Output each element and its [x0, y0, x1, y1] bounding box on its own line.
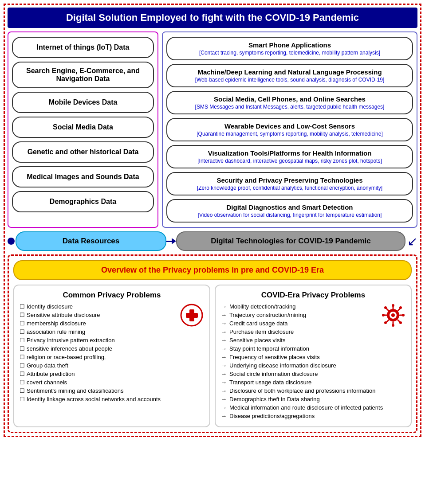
tech-item-title: Social Media, Cell Phones, and Online Se… — [173, 95, 406, 103]
list-item: Stay point temporal information — [221, 345, 405, 352]
svg-rect-2 — [186, 313, 198, 318]
tech-item-subtitle: [Web-based epidemic intelligence tools, … — [173, 77, 406, 83]
list-item: Purchase item disclosure — [221, 328, 378, 335]
top-section: Internet of things (IoT) Data Search Eng… — [8, 31, 417, 228]
outer-wrapper: Digital Solution Employed to fight with … — [4, 4, 421, 437]
list-item: Demographics theft in Data sharing — [221, 396, 405, 402]
labels-row: Data Resources Digital Technologies for … — [8, 231, 417, 251]
tech-item-4: Visualization Tools/Platforms for Health… — [166, 145, 413, 168]
tech-item-title: Smart Phone Applications — [173, 41, 406, 49]
tech-item-title: Wearable Devices and Low-Cost Sensors — [173, 122, 406, 130]
tech-item-subtitle: [Video observation for social distancing… — [173, 212, 406, 218]
tech-item-title: Machine/Deep Learning and Natural Langua… — [173, 68, 406, 76]
list-item: ☐covert channels — [20, 379, 204, 386]
right-column: Smart Phone Applications [Contact tracin… — [162, 31, 417, 228]
list-item: ☐Privacy intrusive pattern extraction — [20, 337, 204, 344]
list-item: Trajectory construction/mining — [221, 312, 378, 318]
svg-point-16 — [382, 314, 385, 316]
tech-item-3: Wearable Devices and Low-Cost Sensors [Q… — [166, 118, 413, 141]
list-item: ☐Sensitive attribute disclosure — [20, 312, 176, 318]
list-item: ☐Sentiment's mining and classifications — [20, 387, 204, 394]
covid-privacy-col: COVID-Era Privacy Problems — [215, 285, 412, 427]
digital-tech-label: Digital Technologies for COVID-19 Pandem… — [176, 231, 405, 251]
data-resources-label: Data Resources — [16, 231, 166, 251]
list-item: Medical information and route disclosure… — [221, 404, 405, 411]
list-item: Mobile Devices Data — [12, 92, 154, 113]
main-title: Digital Solution Employed to fight with … — [8, 8, 417, 28]
list-item: Social circle information disclosure — [221, 371, 405, 377]
connector-line — [166, 241, 172, 242]
tech-item-title: Visualization Tools/Platforms for Health… — [173, 149, 406, 157]
tech-item-title: Digital Diagnostics and Smart Detection — [173, 203, 406, 211]
tech-item-1: Machine/Deep Learning and Natural Langua… — [166, 64, 413, 87]
svg-point-21 — [384, 321, 387, 324]
bottom-section: Overview of the Privacy problems in pre … — [8, 254, 417, 433]
tech-item-title: Security and Privacy Preserving Technolo… — [173, 176, 406, 184]
medical-icon — [180, 303, 204, 329]
list-item: Sensitive places visits — [221, 337, 405, 344]
virus-icon — [381, 303, 405, 329]
tech-item-subtitle: [SMS Messages and Instant Messages, aler… — [173, 104, 406, 110]
common-privacy-col: Common Privacy Problems ☐Identity disclo… — [13, 285, 210, 427]
list-item: ☐association rule mining — [20, 328, 176, 335]
connector-dot — [8, 238, 15, 245]
tech-item-subtitle: [Interactive dashboard, interactive geos… — [173, 158, 406, 164]
list-item: ☐religion or race-based profiling, — [20, 354, 204, 360]
list-item: Search Engine, E-Commerce, and Navigatio… — [12, 62, 154, 88]
list-item: Social Media Data — [12, 117, 154, 138]
svg-point-5 — [391, 313, 395, 317]
left-column: Internet of things (IoT) Data Search Eng… — [8, 31, 158, 228]
svg-point-17 — [402, 314, 405, 316]
list-item: ☐Group data theft — [20, 362, 204, 369]
list-item: Transport usage data disclosure — [221, 379, 405, 386]
svg-point-15 — [392, 324, 394, 327]
tech-item-2: Social Media, Cell Phones, and Online Se… — [166, 91, 413, 114]
tech-item-6: Digital Diagnostics and Smart Detection … — [166, 199, 413, 223]
list-item: Demographics Data — [12, 191, 154, 212]
tech-item-subtitle: [Zero knowledge proof, confidential anal… — [173, 185, 406, 191]
svg-point-18 — [384, 306, 387, 309]
list-item: ☐Identity linkage across social networks… — [20, 396, 204, 402]
list-item: ☐Attribute prediction — [20, 371, 204, 377]
svg-point-14 — [392, 304, 394, 307]
privacy-title: Overview of the Privacy problems in pre … — [13, 260, 412, 280]
list-item: Disease predictions/aggregations — [221, 413, 405, 419]
tech-item-5: Security and Privacy Preserving Technolo… — [166, 172, 413, 195]
list-item: Underlying disease information disclosur… — [221, 362, 405, 369]
tech-item-subtitle: [Quarantine management, symptoms reporti… — [173, 131, 406, 137]
list-item: Genetic and other historical Data — [12, 141, 154, 163]
list-item: Internet of things (IoT) Data — [12, 37, 154, 58]
arrow-right-icon — [172, 238, 176, 244]
list-item: ☐sensitive inferences about people — [20, 345, 204, 352]
list-item: ☐Identity disclosure — [20, 303, 176, 310]
list-item: Frequency of sensitive places visits — [221, 354, 405, 360]
tech-item-0: Smart Phone Applications [Contact tracin… — [166, 37, 413, 60]
tech-item-subtitle: [Contact tracing, symptoms reporting, te… — [173, 50, 406, 56]
covid-privacy-title: COVID-Era Privacy Problems — [221, 291, 405, 300]
svg-point-20 — [399, 306, 402, 309]
list-item: Mobility detection/tracking — [221, 303, 378, 310]
list-item: Credit card usage data — [221, 320, 378, 327]
common-privacy-title: Common Privacy Problems — [20, 291, 204, 300]
list-item: Medical Images and Sounds Data — [12, 166, 154, 188]
list-item: Disclosure of both workplace and profess… — [221, 387, 405, 394]
curved-arrow-icon: ↙ — [407, 234, 417, 249]
svg-point-19 — [399, 321, 402, 324]
list-item: ☐membership disclosure — [20, 320, 176, 327]
privacy-columns: Common Privacy Problems ☐Identity disclo… — [13, 285, 412, 427]
